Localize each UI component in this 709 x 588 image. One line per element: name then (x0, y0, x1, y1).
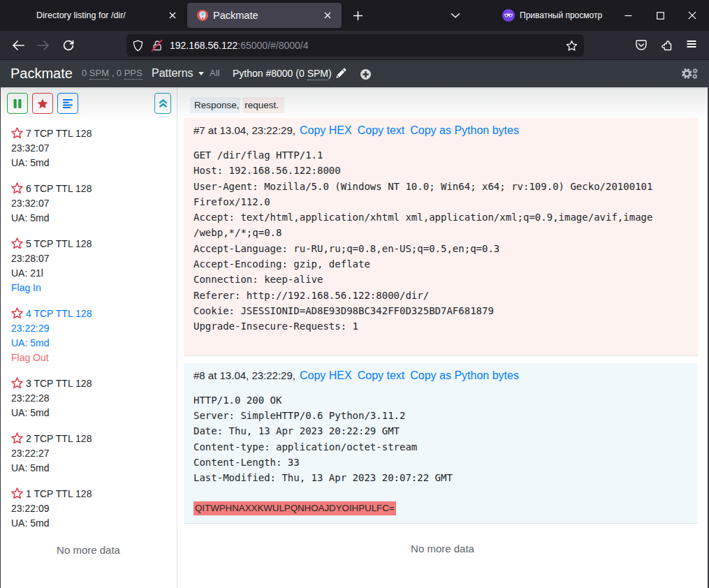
service-tab[interactable]: Python #8000 (0 SPM) (233, 60, 332, 87)
star-outline-icon[interactable] (11, 237, 23, 249)
tab-title: Packmate (213, 10, 258, 21)
stream-time: 23:22:27 (11, 446, 177, 461)
star-outline-icon[interactable] (11, 307, 23, 319)
packet-id: #7 at 13.04, 23:22:29, (193, 124, 295, 136)
packet-card-request: #7 at 13.04, 23:22:29,Copy HEXCopy textC… (184, 118, 698, 356)
stream-flag-link[interactable]: Flag Out (11, 351, 177, 365)
copy-link[interactable]: Copy text (358, 369, 405, 381)
packmate-navbar: Packmate 0 SPM , 0 PPS Patterns All Pyth… (0, 60, 709, 87)
align-left-icon (63, 99, 73, 108)
url-host: 192.168.56.122 (170, 40, 237, 51)
caret-down-icon (198, 72, 204, 75)
stream-item[interactable]: 6 TCP TTL 12823:32:07UA: 5md (0, 182, 177, 226)
stream-time: 23:32:07 (11, 141, 177, 156)
star-outline-icon[interactable] (11, 377, 23, 389)
stream-item[interactable]: 4 TCP TTL 12823:22:29UA: 5mdFlag Out (0, 307, 177, 365)
main-no-more-data: No more data (177, 543, 708, 554)
service-label-end: ) (328, 68, 332, 79)
packet-content: GET /dir/flag HTTP/1.1 Host: 192.168.56.… (193, 147, 688, 350)
stream-item[interactable]: 7 TCP TTL 12823:32:07UA: 5md (0, 126, 177, 170)
legend-request: request. (242, 97, 284, 113)
packmate-favicon (197, 10, 208, 24)
packet-card-response: #8 at 13.04, 23:22:29,Copy HEXCopy textC… (184, 363, 698, 524)
stream-title[interactable]: 5 TCP TTL 128 (11, 237, 177, 251)
stream-item[interactable]: 5 TCP TTL 12823:28:07UA: 21lFlag In (0, 237, 177, 295)
stream-title[interactable]: 1 TCP TTL 128 (11, 487, 177, 501)
browser-tab-bar: Directory listing for /dir/ Packmate (0, 0, 709, 31)
copy-link[interactable]: Copy text (358, 124, 405, 136)
pattern-filter-all[interactable]: All (210, 60, 219, 87)
stream-title[interactable]: 4 TCP TTL 128 (11, 307, 177, 321)
pocket-icon[interactable] (634, 38, 648, 52)
stream-ua: UA: 5md (11, 516, 177, 531)
stream-ua: UA: 5md (11, 336, 177, 351)
stream-item[interactable]: 1 TCP TTL 12823:22:09UA: 5md (0, 487, 177, 531)
gears-icon[interactable] (682, 66, 699, 80)
maximize-icon[interactable] (652, 7, 668, 24)
stream-ua: UA: 5md (11, 211, 177, 226)
stream-ua: UA: 5md (11, 156, 177, 170)
spm-value: 0 (82, 68, 89, 78)
patterns-dropdown[interactable]: Patterns (152, 60, 204, 87)
tab-close-icon[interactable] (319, 7, 336, 24)
service-spm-stat: SPM (307, 68, 328, 80)
reload-icon[interactable] (59, 36, 78, 55)
favorites-button[interactable] (32, 93, 53, 114)
brand-packmate[interactable]: Packmate (10, 60, 73, 87)
packet-view: Response, request. #7 at 13.04, 23:22:29… (177, 87, 708, 588)
stream-time: 23:22:28 (11, 391, 177, 406)
copy-link[interactable]: Copy as Python bytes (410, 369, 519, 381)
star-outline-icon[interactable] (11, 432, 23, 444)
packet-list: #7 at 13.04, 23:22:29,Copy HEXCopy textC… (184, 118, 698, 524)
menu-icon[interactable] (687, 37, 696, 51)
tab-packmate[interactable]: Packmate (187, 3, 342, 28)
collapse-button[interactable] (154, 93, 171, 114)
stream-ua: UA: 5md (11, 406, 177, 420)
stream-item[interactable]: 2 TCP TTL 12823:22:27UA: 5md (0, 432, 177, 476)
copy-link[interactable]: Copy HEX (300, 124, 352, 136)
copy-link[interactable]: Copy as Python bytes (410, 124, 519, 136)
flag-match-highlight: QITWPHNAXXKWULPQNHOAJDYOIHPULFC= (193, 501, 396, 515)
lock-insecure-icon[interactable] (150, 38, 163, 52)
pps-value: 0 (117, 68, 124, 78)
direction-legend: Response, request. (184, 100, 698, 110)
packet-content: HTTP/1.0 200 OK Server: SimpleHTTP/0.6 P… (193, 392, 688, 517)
stream-title[interactable]: 6 TCP TTL 128 (11, 182, 177, 196)
stream-ua: UA: 5md (11, 461, 177, 476)
bookmark-star-icon[interactable] (564, 38, 578, 52)
list-button[interactable] (57, 93, 78, 114)
back-icon[interactable] (8, 36, 28, 55)
spm-stat: SPM (89, 68, 109, 80)
star-outline-icon[interactable] (11, 487, 23, 499)
stream-time: 23:28:07 (11, 251, 177, 266)
pencil-icon[interactable] (334, 66, 348, 80)
forward-icon[interactable] (34, 36, 53, 55)
list-all-tabs-button[interactable] (447, 7, 464, 24)
minimize-icon[interactable] (620, 7, 636, 24)
stream-flag-link[interactable]: Flag In (11, 281, 177, 295)
stream-item[interactable]: 3 TCP TTL 12823:22:28UA: 5md (0, 376, 177, 420)
browser-toolbar: 192.168.56.122:65000/#/8000/4 (0, 31, 709, 60)
tab-close-icon[interactable] (164, 7, 181, 24)
tab-title: Directory listing for /dir/ (36, 10, 126, 20)
pause-button[interactable] (7, 93, 28, 114)
close-icon[interactable] (684, 7, 701, 24)
extensions-icon[interactable] (659, 38, 673, 52)
stream-title[interactable]: 7 TCP TTL 128 (11, 126, 177, 141)
url-address[interactable]: 192.168.56.122:65000/#/8000/4 (170, 34, 309, 57)
new-tab-button[interactable] (349, 7, 366, 24)
star-icon (37, 98, 48, 109)
window-left-border (0, 87, 1, 588)
star-outline-icon[interactable] (11, 127, 23, 139)
private-mask-icon (502, 9, 515, 24)
shield-icon[interactable] (131, 38, 145, 52)
stream-time: 23:22:29 (11, 321, 177, 336)
stream-title[interactable]: 2 TCP TTL 128 (11, 432, 177, 446)
traffic-stats: 0 SPM , 0 PPS (82, 60, 142, 87)
packet-header: #7 at 13.04, 23:22:29,Copy HEXCopy textC… (193, 125, 688, 135)
star-outline-icon[interactable] (11, 182, 23, 194)
tab-directory-listing[interactable]: Directory listing for /dir/ (6, 3, 183, 28)
copy-link[interactable]: Copy HEX (300, 369, 352, 381)
stream-title[interactable]: 3 TCP TTL 128 (11, 376, 177, 391)
add-service-button[interactable] (360, 68, 371, 80)
